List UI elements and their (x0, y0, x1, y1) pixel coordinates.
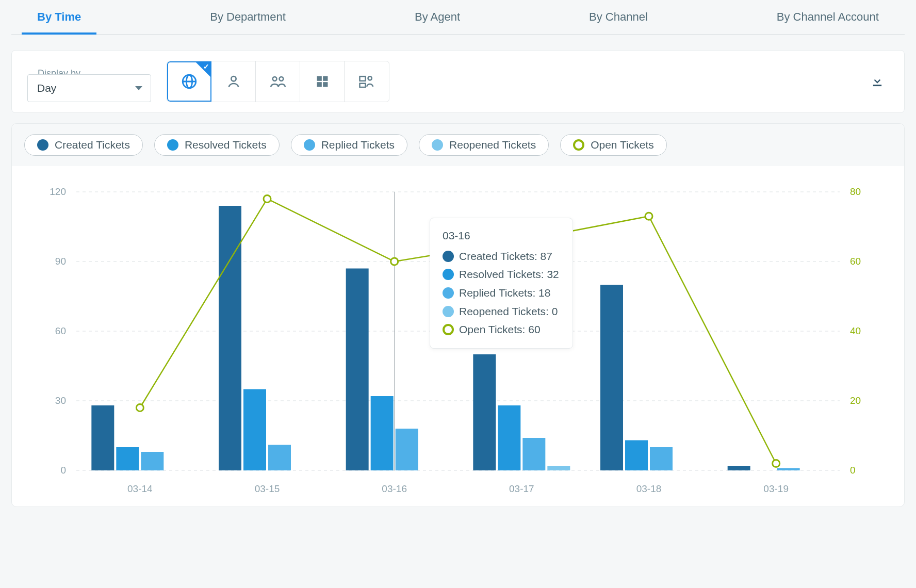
svg-rect-29 (91, 405, 114, 470)
tooltip-created: Created Tickets: 87 (459, 247, 552, 266)
svg-text:120: 120 (50, 186, 66, 197)
svg-rect-33 (219, 206, 241, 470)
legend-label: Resolved Tickets (185, 139, 267, 151)
legend-swatch-replied (304, 139, 315, 151)
legend-label: Replied Tickets (321, 139, 395, 151)
legend-replied[interactable]: Replied Tickets (291, 134, 407, 156)
download-icon (870, 73, 885, 88)
svg-rect-11 (359, 84, 365, 87)
svg-rect-46 (600, 285, 623, 470)
svg-point-4 (279, 77, 283, 81)
grid-icon (315, 74, 330, 89)
legend-ring-open (573, 139, 584, 151)
svg-rect-48 (650, 447, 673, 470)
svg-text:0: 0 (60, 465, 66, 476)
svg-rect-43 (522, 438, 545, 470)
legend: Created Tickets Resolved Tickets Replied… (12, 124, 904, 166)
dot-icon (443, 269, 454, 280)
group-department-button[interactable] (300, 61, 345, 102)
svg-rect-44 (547, 466, 570, 470)
group-team-button[interactable] (256, 61, 300, 102)
download-button[interactable] (866, 69, 889, 94)
tab-by-agent[interactable]: By Agent (410, 0, 465, 34)
chart[interactable]: 030609012002040608003-1403-1503-1603-170… (12, 166, 904, 507)
svg-text:80: 80 (850, 186, 861, 197)
svg-text:03-17: 03-17 (509, 483, 534, 494)
svg-text:90: 90 (55, 256, 66, 267)
group-agent-button[interactable] (211, 61, 256, 102)
svg-text:30: 30 (55, 395, 66, 406)
svg-point-58 (773, 460, 780, 467)
tooltip-title: 03-16 (443, 226, 559, 245)
display-by-select[interactable]: Day (27, 74, 151, 102)
svg-rect-47 (625, 440, 648, 471)
legend-swatch-resolved (167, 139, 178, 151)
tooltip-resolved: Resolved Tickets: 32 (459, 265, 559, 284)
legend-reopened[interactable]: Reopened Tickets (419, 134, 549, 156)
group-account-button[interactable] (345, 61, 389, 102)
dot-icon (443, 306, 454, 317)
group-global-button[interactable] (167, 61, 211, 102)
svg-text:03-15: 03-15 (255, 483, 280, 494)
svg-rect-8 (323, 82, 328, 87)
legend-swatch-reopened (432, 139, 443, 151)
tab-by-time[interactable]: By Time (32, 0, 86, 34)
svg-point-54 (264, 195, 271, 203)
svg-point-2 (231, 76, 236, 81)
dot-icon (443, 251, 454, 262)
legend-swatch-created (37, 139, 48, 151)
svg-text:03-16: 03-16 (382, 483, 407, 494)
tooltip-open: Open Tickets: 60 (459, 320, 541, 339)
chart-tooltip: 03-16 Created Tickets: 87 Resolved Ticke… (430, 218, 573, 349)
svg-rect-37 (346, 269, 369, 471)
svg-rect-5 (317, 76, 321, 81)
legend-resolved[interactable]: Resolved Tickets (154, 134, 280, 156)
dot-icon (443, 287, 454, 299)
tab-by-department[interactable]: By Department (205, 0, 291, 34)
svg-rect-38 (371, 396, 394, 470)
svg-point-53 (136, 404, 143, 412)
svg-point-55 (391, 258, 398, 265)
svg-text:03-14: 03-14 (127, 483, 153, 494)
svg-point-10 (368, 76, 371, 80)
svg-rect-50 (728, 466, 750, 470)
svg-rect-42 (498, 405, 520, 470)
globe-icon (181, 73, 198, 90)
svg-rect-9 (359, 76, 365, 81)
legend-label: Created Tickets (55, 139, 130, 151)
svg-rect-51 (777, 468, 800, 471)
svg-point-3 (272, 77, 276, 81)
svg-rect-35 (268, 445, 291, 471)
svg-rect-34 (243, 389, 266, 471)
legend-label: Reopened Tickets (449, 139, 536, 151)
svg-text:03-18: 03-18 (636, 483, 662, 494)
svg-text:60: 60 (55, 325, 66, 336)
display-by-value: Day (37, 82, 56, 94)
svg-rect-12 (873, 85, 881, 86)
legend-created[interactable]: Created Tickets (24, 134, 143, 156)
svg-point-57 (645, 213, 652, 220)
tab-by-channel-account[interactable]: By Channel Account (772, 0, 884, 34)
svg-rect-7 (317, 82, 321, 87)
tooltip-replied: Replied Tickets: 18 (459, 284, 550, 302)
tooltip-reopened: Reopened Tickets: 0 (459, 302, 558, 321)
svg-rect-39 (396, 429, 418, 470)
chart-card: Created Tickets Resolved Tickets Replied… (11, 123, 905, 507)
ring-icon (443, 324, 454, 335)
person-icon (225, 73, 242, 90)
id-card-icon (358, 74, 375, 89)
svg-rect-31 (141, 452, 163, 470)
legend-open[interactable]: Open Tickets (560, 134, 667, 156)
legend-label: Open Tickets (591, 139, 654, 151)
people-icon (269, 73, 287, 90)
svg-rect-41 (473, 354, 496, 470)
svg-text:03-19: 03-19 (763, 483, 789, 494)
report-tabs: By Time By Department By Agent By Channe… (11, 0, 905, 35)
toolbar: Display by Day (11, 50, 905, 113)
svg-text:40: 40 (850, 325, 861, 336)
svg-text:60: 60 (850, 256, 861, 267)
tab-by-channel[interactable]: By Channel (584, 0, 653, 34)
svg-text:0: 0 (850, 465, 856, 476)
svg-rect-30 (116, 447, 139, 470)
svg-rect-6 (323, 76, 328, 81)
